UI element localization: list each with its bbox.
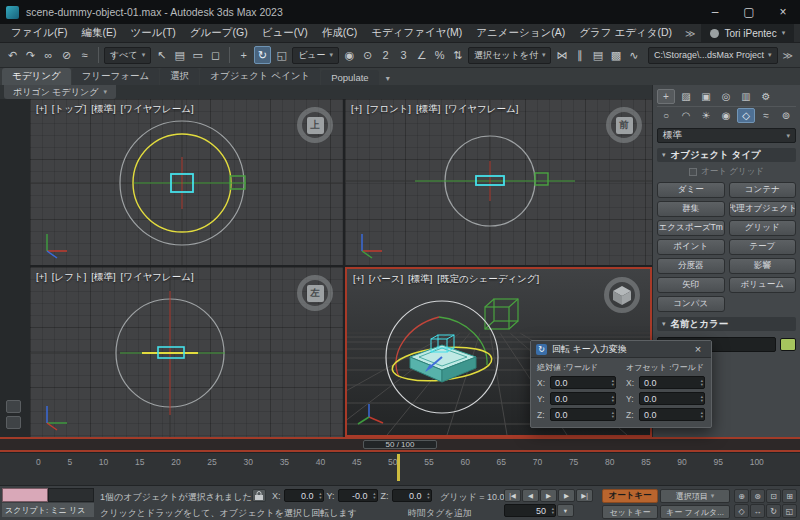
selected-keys-dropdown[interactable]: 選択項目 ▾ [660,489,730,503]
curve-editor-icon[interactable]: ∿ [625,46,642,64]
select-and-rotate-icon[interactable]: ↻ [254,46,271,64]
menu-item[interactable]: アニメーション(A) [469,26,572,40]
name-color-rollout[interactable]: ▾ 名前とカラー [657,317,796,331]
shapes-category-icon[interactable]: ◠ [677,108,695,123]
helper-button[interactable]: コンパス [657,296,725,312]
helper-button[interactable]: 分度器 [657,258,725,274]
viewcube[interactable]: 上 [297,107,333,143]
align-icon[interactable]: ∥ [571,46,588,64]
maximize-viewport-toggle-icon[interactable]: ◱ [782,504,797,518]
field-of-view-icon[interactable]: ◇ [734,504,749,518]
absolute-value-field[interactable]: 0.0▴▾ [550,392,616,405]
select-and-scale-icon[interactable]: ◱ [273,46,290,64]
motion-tab-icon[interactable]: ◎ [717,89,735,104]
viewport-shading-menu[interactable]: [既定のシェーディング] [437,273,539,286]
geometry-category-icon[interactable]: ○ [657,108,675,123]
helper-type-dropdown[interactable]: 標準 ▾ [657,128,796,143]
lights-category-icon[interactable]: ☀ [697,108,715,123]
reference-coordinate-dropdown[interactable]: ビュー ▾ [292,47,339,64]
go-to-end-icon[interactable]: ▶| [576,489,593,502]
ribbon-tab[interactable]: 選択 [160,68,199,85]
helper-button[interactable]: 矢印 [657,277,725,293]
bind-to-space-warp-icon[interactable]: ≈ [76,46,93,64]
zoom-all-icon[interactable]: ⊛ [750,489,765,503]
play-icon[interactable]: ▶ [540,489,557,502]
menu-item[interactable]: ツール(T) [123,26,182,40]
viewcube-face[interactable]: 上 [307,117,324,134]
helper-button[interactable]: 代理オブジェクト [729,201,797,217]
macro-recorder-pane[interactable] [2,488,48,502]
snap-toggle-2d-icon[interactable]: 2 [377,46,394,64]
viewcube-face[interactable]: 左 [307,285,324,302]
dialog-titlebar[interactable]: ↻ 回転 キー入力変換 × [531,341,711,358]
menu-item[interactable]: ファイル(F) [4,26,74,40]
display-tab-icon[interactable]: ▥ [737,89,755,104]
percent-snap-icon[interactable]: % [431,46,448,64]
absolute-value-field[interactable]: 0.0▴▾ [550,376,616,389]
helper-button[interactable]: グリッド [729,220,797,236]
project-folder-dropdown[interactable]: C:\Storage\...dsMax Project ▾ [648,47,778,64]
create-tab-icon[interactable]: + [657,89,675,104]
viewport-general-menu[interactable]: [+] [353,273,364,286]
z-coordinate-field[interactable]: 0.0▴▾ [392,489,432,502]
redo-icon[interactable]: ↷ [22,46,39,64]
add-time-tag-button[interactable]: 時間タグを追加 [408,507,472,520]
ribbon-tab[interactable]: オブジェクト ペイント [200,68,320,85]
viewport-shading-menu[interactable]: [ワイヤフレーム] [121,103,194,116]
mirror-icon[interactable]: ⋈ [553,46,570,64]
menu-item[interactable]: ビュー(V) [255,26,315,40]
maximize-button[interactable]: ▢ [732,0,766,24]
pan-icon[interactable]: ↔ [750,504,765,518]
viewport-pov-menu[interactable]: [フロント] [367,103,411,116]
maxscript-mini-listener[interactable]: スクリプト: ミニ リス [2,488,94,518]
ribbon-tab[interactable]: Populate [321,70,379,85]
viewcube-face[interactable]: 前 [616,117,633,134]
polygon-modeling-tab[interactable]: ポリゴン モデリング ▾ [4,85,116,99]
previous-frame-icon[interactable]: ◀ [522,489,539,502]
ribbon-tab[interactable]: フリーフォーム [72,68,160,85]
modify-tab-icon[interactable]: ▨ [677,89,695,104]
space-warps-category-icon[interactable]: ≈ [757,108,775,123]
viewcube[interactable]: 前 [606,107,642,143]
viewport-general-menu[interactable]: [+] [351,103,362,116]
select-object-icon[interactable]: ↖ [153,46,170,64]
zoom-extents-icon[interactable]: ⊡ [766,489,781,503]
systems-category-icon[interactable]: ⊚ [777,108,795,123]
helper-button[interactable]: 群集 [657,201,725,217]
hierarchy-tab-icon[interactable]: ▣ [697,89,715,104]
utilities-tab-icon[interactable]: ⚙ [757,89,775,104]
viewport-top[interactable]: [+] [トップ] [標準] [ワイヤフレーム] 上 [30,99,343,265]
cameras-category-icon[interactable]: ◉ [717,108,735,123]
listener-pane[interactable] [48,488,94,502]
helper-button[interactable]: テープ [729,239,797,255]
menu-item[interactable]: 作成(C) [315,26,365,40]
autogrid-checkbox[interactable]: オート グリッド [657,166,796,178]
dialog-close-button[interactable]: × [690,343,706,355]
helper-button[interactable]: コンテナ [729,182,797,198]
rotate-transform-type-in-dialog[interactable]: ↻ 回転 キー入力変換 × 絶対値 :ワールド X: 0.0▴▾ Y: [530,340,712,428]
time-slider[interactable]: 50 / 100 [0,437,800,452]
offset-value-field[interactable]: 0.0▴▾ [639,392,705,405]
viewport-pov-menu[interactable]: [パース] [369,273,403,286]
set-key-button[interactable]: セットキー [602,505,658,519]
viewport-pov-menu[interactable]: [レフト] [52,271,86,284]
select-and-manipulate-icon[interactable]: ⊙ [359,46,376,64]
offset-value-field[interactable]: 0.0▴▾ [639,408,705,421]
current-frame-field[interactable]: 50▴▾ [504,504,556,517]
undo-icon[interactable]: ↶ [4,46,21,64]
helpers-category-icon[interactable]: ◇ [737,108,755,123]
menu-item[interactable]: モディファイヤ(M) [364,26,469,40]
viewport-front[interactable]: [+] [フロント] [標準] [ワイヤフレーム] 前 [345,99,652,265]
minimize-button[interactable]: – [698,0,732,24]
viewcube[interactable] [604,277,640,313]
user-account-menu[interactable]: Tori iPentec ▾ [701,24,794,42]
auto-key-button[interactable]: オートキー [602,489,658,503]
absolute-value-field[interactable]: 0.0▴▾ [550,408,616,421]
viewport-pov-menu[interactable]: [トップ] [52,103,86,116]
viewport-general-menu[interactable]: [+] [36,271,47,284]
viewport-style-menu[interactable]: [標準] [408,273,432,286]
unlink-selection-icon[interactable]: ⊘ [58,46,75,64]
y-coordinate-field[interactable]: -0.0▴▾ [338,489,378,502]
helper-button[interactable]: エクスポーズTm [657,220,725,236]
object-type-rollout[interactable]: ▾ オブジェクト タイプ [657,148,796,162]
